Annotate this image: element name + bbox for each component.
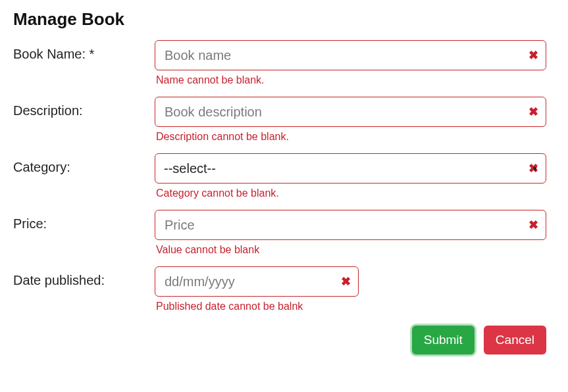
price-input[interactable]: [155, 210, 546, 240]
submit-button[interactable]: Submit: [412, 326, 475, 355]
label-date-published: Date published:: [13, 266, 155, 288]
clear-icon[interactable]: ✖: [529, 161, 538, 176]
error-date-published: Published date cannot be balnk: [156, 301, 546, 312]
error-category: Category cannot be blank.: [156, 187, 546, 199]
row-price: Price: ✖ Value cannot be blank: [13, 210, 555, 264]
clear-icon[interactable]: ✖: [341, 274, 351, 289]
error-description: Description cannot be blank.: [156, 131, 546, 143]
label-book-name: Book Name: *: [13, 40, 155, 62]
clear-icon[interactable]: ✖: [529, 218, 538, 232]
date-published-input[interactable]: [155, 266, 359, 297]
page-title: Manage Book: [13, 9, 555, 30]
clear-icon[interactable]: ✖: [529, 105, 538, 119]
clear-icon[interactable]: ✖: [529, 48, 538, 62]
row-category: Category: --select-- ✖ ▼ Category cannot…: [13, 153, 555, 207]
row-date-published: Date published: ✖ Published date cannot …: [13, 266, 555, 320]
error-price: Value cannot be blank: [156, 244, 546, 256]
description-input[interactable]: [155, 97, 546, 127]
row-description: Description: ✖ Description cannot be bla…: [13, 97, 555, 151]
cancel-button[interactable]: Cancel: [484, 326, 546, 355]
label-description: Description:: [13, 97, 155, 118]
error-book-name: Name cannot be blank.: [156, 74, 546, 86]
label-price: Price:: [13, 210, 155, 232]
row-book-name: Book Name: * ✖ Name cannot be blank.: [13, 40, 555, 94]
book-name-input[interactable]: [155, 40, 546, 70]
label-category: Category:: [13, 153, 155, 175]
category-select[interactable]: [155, 153, 546, 184]
button-row: Submit Cancel: [13, 326, 546, 355]
